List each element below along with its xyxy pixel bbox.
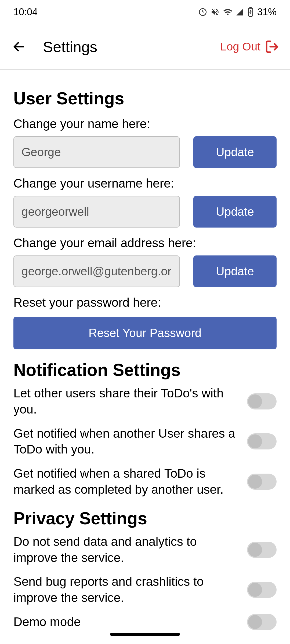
logout-icon [265,39,279,54]
arrow-left-icon [12,40,26,53]
name-input[interactable] [13,136,180,168]
share-toggle-label: Let other users share their ToDo's with … [13,385,236,418]
share-toggle[interactable] [247,393,277,409]
reset-password-button[interactable]: Reset Your Password [13,317,277,349]
location-icon [198,8,207,17]
logout-label: Log Out [220,40,260,53]
mute-icon [211,8,220,17]
back-button[interactable] [11,39,27,55]
battery-text: 31% [257,6,277,18]
email-input[interactable] [13,255,180,287]
user-settings-title: User Settings [13,89,277,108]
svg-rect-4 [250,8,251,8]
content: User Settings Change your name here: Upd… [0,70,290,644]
status-bar: 10:04 31% [0,0,290,24]
notify-complete-toggle[interactable] [247,474,277,490]
logout-button[interactable]: Log Out [220,39,279,54]
notify-share-toggle[interactable] [247,433,277,449]
notify-share-toggle-label: Get notified when another User shares a … [13,426,236,458]
status-time: 10:04 [13,6,38,18]
battery-icon [247,7,254,17]
username-update-button[interactable]: Update [193,196,277,228]
notify-complete-toggle-label: Get notified when a shared ToDo is marke… [13,466,236,498]
demo-toggle-label: Demo mode [13,614,236,630]
bugreport-toggle[interactable] [247,582,277,598]
demo-toggle[interactable] [247,614,277,630]
wifi-icon [223,7,233,17]
status-right: 31% [198,6,277,18]
notification-settings-title: Notification Settings [13,360,277,380]
username-label: Change your username here: [13,176,277,191]
analytics-toggle[interactable] [247,542,277,558]
nav-bar-handle[interactable] [110,633,180,636]
name-label: Change your name here: [13,116,277,131]
analytics-toggle-label: Do not send data and analytics to improv… [13,534,236,566]
email-update-button[interactable]: Update [193,255,277,287]
page-title: Settings [43,38,220,56]
app-header: Settings Log Out [0,24,290,70]
signal-icon [236,8,244,16]
name-update-button[interactable]: Update [193,136,277,168]
privacy-settings-title: Privacy Settings [13,508,277,528]
bugreport-toggle-label: Send bug reports and crashlitics to impr… [13,574,236,606]
email-label: Change your email address here: [13,236,277,250]
password-label: Reset your password here: [13,295,277,310]
username-input[interactable] [13,196,180,228]
